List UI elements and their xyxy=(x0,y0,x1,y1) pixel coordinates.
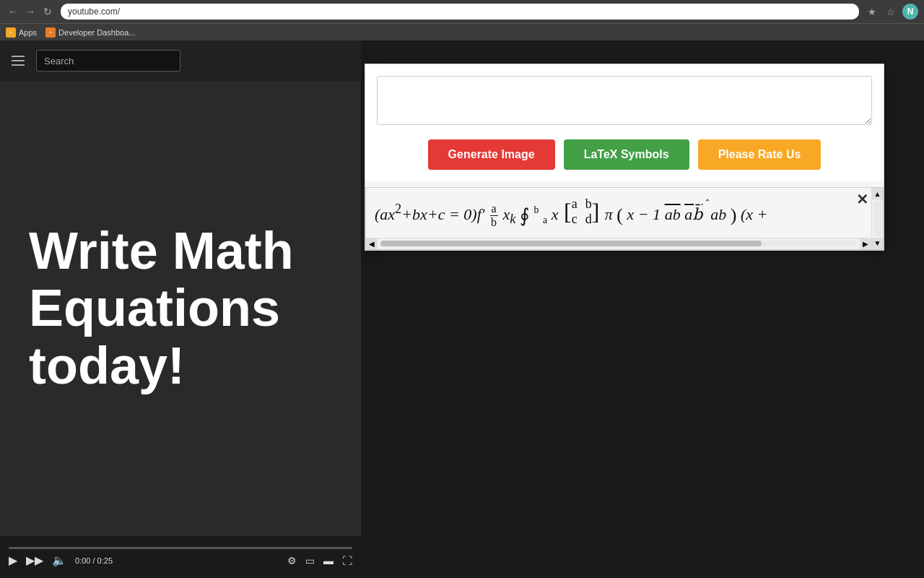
bookmark-developer[interactable]: ▪ Developer Dashboa... xyxy=(45,27,135,38)
play-button[interactable]: ▶ xyxy=(9,553,17,567)
browser-chrome: ← → ↻ youtube.com/ ★ ☆ N xyxy=(0,0,924,23)
volume-button[interactable]: 🔈 xyxy=(52,553,66,567)
please-rate-us-button[interactable]: Please Rate Us xyxy=(698,139,821,170)
output-area: ✕ (ax2+bx+c = 0)f′ a b xk ∮ b a x [ ab c… xyxy=(365,187,884,250)
bookmark-apps-label: Apps xyxy=(19,28,37,37)
apps-icon: ▪ xyxy=(6,27,16,38)
scroll-up-button[interactable]: ▲ xyxy=(872,188,884,199)
reload-button[interactable]: ↻ xyxy=(40,4,55,19)
settings-icon[interactable]: ⚙ xyxy=(287,555,297,566)
math-formula-display: (ax2+bx+c = 0)f′ a b xk ∮ b a x [ ab cd … xyxy=(366,188,883,238)
forward-button[interactable]: → xyxy=(23,4,38,19)
video-text: Write Math Equations today! xyxy=(0,194,361,423)
youtube-page: Search Write Math Equations today! ▶ ▶▶ … xyxy=(0,40,924,578)
latex-input[interactable] xyxy=(377,76,872,125)
hamburger-menu[interactable] xyxy=(12,56,25,66)
button-row: Generate Image LaTeX Symbols Please Rate… xyxy=(377,139,872,170)
back-button[interactable]: ← xyxy=(6,4,20,19)
scroll-left-button[interactable]: ◀ xyxy=(366,238,378,249)
search-box[interactable]: Search xyxy=(36,50,180,72)
vertical-scroll-track[interactable] xyxy=(874,201,881,236)
scroll-right-button[interactable]: ▶ xyxy=(860,238,871,249)
progress-bar[interactable] xyxy=(9,547,352,549)
browser-icons: ★ ☆ N xyxy=(865,4,918,20)
time-display: 0:00 / 0:25 xyxy=(75,556,113,565)
skip-button[interactable]: ▶▶ xyxy=(26,553,43,567)
scroll-down-button[interactable]: ▼ xyxy=(872,238,884,249)
matrix-display: [ ab cd ] xyxy=(564,197,599,227)
bookmark-developer-label: Developer Dashboa... xyxy=(58,28,135,37)
miniplayer-icon[interactable]: ▭ xyxy=(305,555,315,566)
bookmarks-bar: ▪ Apps ▪ Developer Dashboa... xyxy=(0,23,924,40)
latex-symbols-button[interactable]: LaTeX Symbols xyxy=(564,139,689,170)
bookmark-icon[interactable]: ☆ xyxy=(884,4,898,19)
controls-right: ⚙ ▭ ▬ ⛶ xyxy=(287,555,352,566)
fullscreen-icon[interactable]: ⛶ xyxy=(342,555,352,566)
scroll-track[interactable] xyxy=(380,241,857,246)
close-button[interactable]: ✕ xyxy=(856,191,868,208)
video-text-line2: Equations today! xyxy=(29,280,332,394)
url-text: youtube.com/ xyxy=(68,7,120,17)
theater-icon[interactable]: ▬ xyxy=(323,555,334,566)
bookmark-apps[interactable]: ▪ Apps xyxy=(6,27,37,38)
popup-inner: Generate Image LaTeX Symbols Please Rate… xyxy=(365,64,884,181)
search-placeholder: Search xyxy=(44,56,74,66)
video-text-line1: Write Math xyxy=(29,223,332,280)
video-content: Write Math Equations today! xyxy=(0,81,361,536)
extension-icon[interactable]: ★ xyxy=(865,4,879,19)
address-bar[interactable]: youtube.com/ xyxy=(61,4,859,20)
fraction-a-b: a b xyxy=(489,202,498,229)
scroll-thumb xyxy=(380,241,762,246)
developer-icon: ▪ xyxy=(45,27,56,38)
nav-buttons: ← → ↻ xyxy=(6,4,55,19)
controls-row: ▶ ▶▶ 🔈 0:00 / 0:25 ⚙ ▭ ▬ ⛶ xyxy=(9,553,352,567)
video-controls: ▶ ▶▶ 🔈 0:00 / 0:25 ⚙ ▭ ▬ ⛶ xyxy=(0,536,361,578)
generate-image-button[interactable]: Generate Image xyxy=(428,139,555,170)
horizontal-scrollbar: ◀ ▶ xyxy=(366,238,883,249)
youtube-header: Search xyxy=(0,40,361,81)
profile-avatar[interactable]: N xyxy=(902,4,918,20)
vertical-scrollbar: ▲ ▼ xyxy=(871,188,883,249)
extension-popup: Generate Image LaTeX Symbols Please Rate… xyxy=(365,64,884,251)
